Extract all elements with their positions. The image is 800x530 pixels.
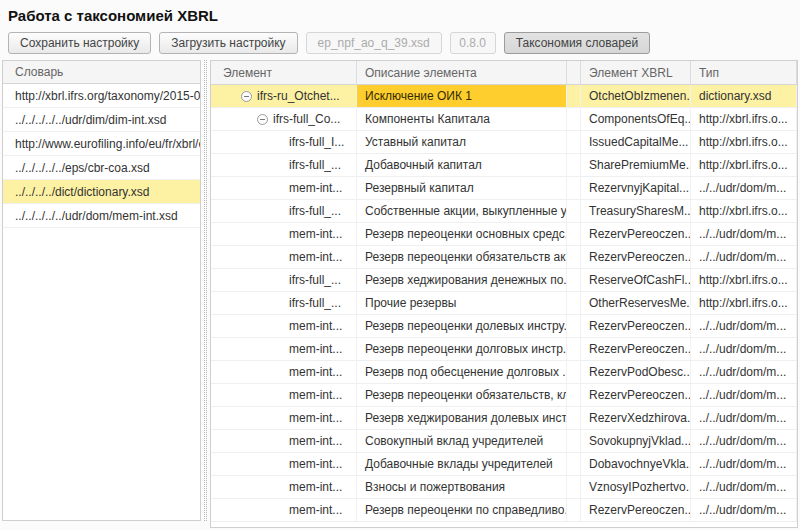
element-type: http://xbrl.ifrs.o... (691, 292, 797, 314)
element-name: ifrs-full_... (289, 204, 341, 218)
element-description: Резерв хеджирования долевых инст... (357, 407, 567, 429)
table-row[interactable]: mem-int...Резерв переоценки обязательств… (211, 384, 797, 407)
element-name: mem-int... (289, 434, 342, 448)
table-row[interactable]: ifrs-full_...Собственные акции, выкуплен… (211, 200, 797, 223)
element-name: mem-int... (289, 319, 342, 333)
main-area: Словарь http://xbrl.ifrs.org/taxonomy/20… (2, 60, 798, 528)
row-spacer-cell (567, 453, 581, 475)
column-header-type[interactable]: Тип (691, 61, 797, 84)
table-row[interactable]: ifrs-ru_Otchet...Исключение ОИК 1OtchetO… (211, 85, 797, 108)
element-description: Резерв под обесценение долговых ... (357, 361, 567, 383)
row-spacer-cell (567, 315, 581, 337)
table-row[interactable]: mem-int...Резерв переоценки основных сре… (211, 223, 797, 246)
element-description: Уставный капитал (357, 131, 567, 153)
element-type: ../../udr/dom/m... (691, 476, 797, 498)
dictionary-item[interactable]: http://xbrl.ifrs.org/taxonomy/2015-0... (3, 84, 200, 108)
element-type: ../../udr/dom/m... (691, 407, 797, 429)
element-description: Резерв переоценки обязательств, кл... (357, 384, 567, 406)
element-description: Резерв переоценки долговых инстр... (357, 338, 567, 360)
element-type: ../../udr/dom/m... (691, 361, 797, 383)
element-xbrl: SovokupnyjVklad... (581, 430, 691, 452)
dictionary-list: http://xbrl.ifrs.org/taxonomy/2015-0....… (3, 84, 200, 228)
element-name: mem-int... (289, 411, 342, 425)
row-spacer-cell (567, 269, 581, 291)
element-xbrl: ReserveOfCashFl... (581, 269, 691, 291)
save-settings-button[interactable]: Сохранить настройку (8, 32, 151, 54)
load-settings-button[interactable]: Загрузить настройку (159, 32, 297, 54)
table-row[interactable]: mem-int...Резерв хеджирования долевых ин… (211, 407, 797, 430)
version-field: 0.8.0 (450, 32, 496, 54)
column-header-xbrl[interactable]: Элемент XBRL (581, 61, 691, 84)
element-type: http://xbrl.ifrs.o... (691, 154, 797, 176)
column-header-description[interactable]: Описание элемента (357, 61, 567, 84)
element-description: Добавочные вклады учредителей (357, 453, 567, 475)
panel-splitter[interactable] (201, 60, 210, 521)
collapse-icon[interactable] (257, 114, 268, 125)
element-description: Собственные акции, выкупленные у... (357, 200, 567, 222)
element-name: mem-int... (289, 250, 342, 264)
dictionary-panel: Словарь http://xbrl.ifrs.org/taxonomy/20… (2, 60, 201, 521)
element-type: http://xbrl.ifrs.o... (691, 269, 797, 291)
collapse-icon[interactable] (241, 91, 252, 102)
element-type: dictionary.xsd (691, 85, 797, 107)
row-spacer-cell (567, 85, 581, 107)
dictionary-item[interactable]: http://www.eurofiling.info/eu/fr/xbrl/e.… (3, 132, 200, 156)
element-description: Взносы и пожертвования (357, 476, 567, 498)
element-type: http://xbrl.ifrs.o... (691, 131, 797, 153)
dictionary-item[interactable]: ../../../../../udr/dom/mem-int.xsd (3, 204, 200, 228)
row-spacer-cell (567, 200, 581, 222)
table-row[interactable]: ifrs-full_...Добавочный капиталSharePrem… (211, 154, 797, 177)
table-row[interactable]: mem-int...Резерв переоценки по справедли… (211, 499, 797, 522)
row-spacer-cell (567, 338, 581, 360)
element-name: mem-int... (289, 227, 342, 241)
element-name: ifrs-ru_Otchet... (257, 89, 340, 103)
element-xbrl: TreasurySharesM... (581, 200, 691, 222)
element-type: ../../udr/dom/m... (691, 338, 797, 360)
row-spacer-cell (567, 361, 581, 383)
column-header-element[interactable]: Элемент (211, 61, 357, 84)
table-row[interactable]: mem-int...Добавочные вклады учредителейD… (211, 453, 797, 476)
table-row[interactable]: ifrs-full_...Прочие резервыOtherReserves… (211, 292, 797, 315)
element-name: ifrs-full_I... (289, 135, 344, 149)
dictionary-item[interactable]: ../../../../dict/dictionary.xsd (3, 180, 200, 204)
dictionary-item[interactable]: ../../../../../udr/dim/dim-int.xsd (3, 108, 200, 132)
row-spacer-cell (567, 407, 581, 429)
element-xbrl: OtherReservesMe... (581, 292, 691, 314)
splitter-handle-icon (204, 60, 207, 521)
element-type: http://xbrl.ifrs.o... (691, 108, 797, 130)
element-xbrl: RezervPereoczen... (581, 315, 691, 337)
row-spacer-cell (567, 177, 581, 199)
table-row[interactable]: ifrs-full_Co...Компоненты КапиталаCompon… (211, 108, 797, 131)
element-description: Резерв переоценки по справедливо... (357, 499, 567, 521)
table-row[interactable]: mem-int...Резерв переоценки долевых инст… (211, 315, 797, 338)
elements-table: Элемент Описание элемента Элемент XBRL Т… (210, 60, 798, 528)
table-row[interactable]: ifrs-full_I...Уставный капиталIssuedCapi… (211, 131, 797, 154)
table-row[interactable]: mem-int...Резерв переоценки обязательств… (211, 246, 797, 269)
table-row[interactable]: mem-int...Взносы и пожертвованияVznosyIP… (211, 476, 797, 499)
row-spacer-cell (567, 430, 581, 452)
dictionary-item[interactable]: ../../../../../eps/cbr-coa.xsd (3, 156, 200, 180)
element-type: ../../udr/dom/m... (691, 384, 797, 406)
row-spacer-cell (567, 384, 581, 406)
element-name: mem-int... (289, 503, 342, 517)
row-spacer-cell (567, 154, 581, 176)
element-type: ../../udr/dom/m... (691, 453, 797, 475)
taxonomy-dictionaries-button[interactable]: Таксономия словарей (504, 32, 651, 54)
table-row[interactable]: mem-int...Резерв под обесценение долговы… (211, 361, 797, 384)
element-xbrl: RezervPereoczen... (581, 223, 691, 245)
table-row[interactable]: mem-int...Совокупный вклад учредителейSo… (211, 430, 797, 453)
page-title: Работа с таксономией XBRL (0, 0, 800, 27)
row-spacer-cell (567, 292, 581, 314)
element-type: http://xbrl.ifrs.o... (691, 200, 797, 222)
table-row[interactable]: mem-int...Резерв переоценки долговых инс… (211, 338, 797, 361)
table-row[interactable]: mem-int...Резервный капиталRezervnyjKapi… (211, 177, 797, 200)
row-spacer-cell (567, 223, 581, 245)
dictionary-column-header[interactable]: Словарь (3, 61, 200, 84)
element-xbrl: VznosyIPozhertvo... (581, 476, 691, 498)
elements-table-body: ifrs-ru_Otchet...Исключение ОИК 1OtchetO… (211, 85, 797, 522)
element-xbrl: RezervPereoczen... (581, 246, 691, 268)
element-description: Резерв хеджирования денежных по... (357, 269, 567, 291)
taxonomy-file-field: ep_npf_ao_q_39.xsd (306, 32, 442, 54)
table-row[interactable]: ifrs-full_...Резерв хеджирования денежны… (211, 269, 797, 292)
element-name: ifrs-full_... (289, 296, 341, 310)
